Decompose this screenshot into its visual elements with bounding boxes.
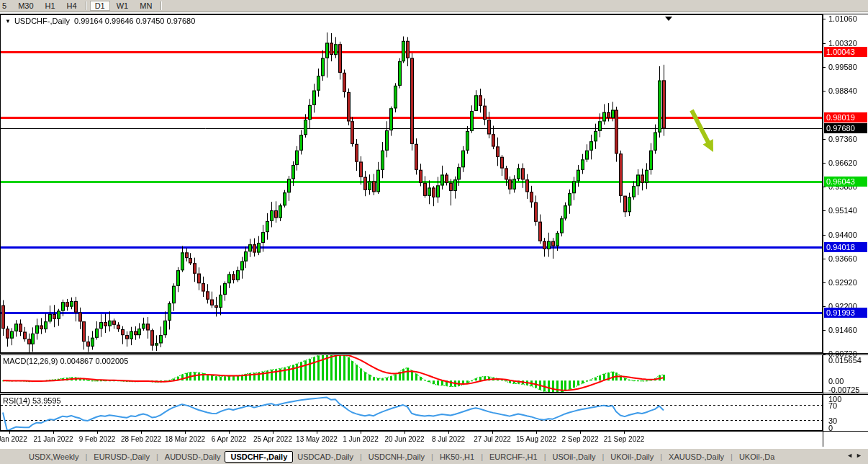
tab-hk50-h1[interactable]: HK50-,H1 — [438, 452, 476, 462]
timeframe-button-w1[interactable]: W1 — [112, 1, 134, 11]
tab-separator: | — [360, 452, 362, 461]
price-tick-label: 0.99580 — [828, 63, 857, 71]
timeframe-button-m30[interactable]: M30 — [13, 1, 38, 11]
rsi-pane[interactable] — [0, 394, 823, 431]
chart-top-border — [0, 14, 868, 14]
macd-axis-label: -0.00725 — [828, 385, 859, 394]
tab-separator: | — [731, 452, 733, 461]
toolbar-separator — [161, 1, 161, 10]
tab-separator: | — [156, 452, 158, 461]
price-tick — [823, 354, 826, 354]
macd-pane-top-border — [0, 354, 868, 355]
mt4-window: { "icons": {"dropdown": "▼", "tab_scroll… — [0, 0, 868, 464]
tab-separator: | — [602, 452, 604, 461]
price-tick-label: 0.95140 — [828, 206, 857, 215]
chart-title: ▼USDCHF-,Daily 0.99164 0.99646 0.97450 0… — [5, 17, 195, 25]
main-chart-pane[interactable] — [0, 14, 823, 353]
tab-usdcad-daily[interactable]: USDCAD-,Daily — [296, 452, 355, 462]
price-tick-label: 0.93660 — [828, 254, 857, 263]
toolbar-separator — [86, 1, 86, 10]
date-tick — [229, 431, 230, 434]
tab-usoil-daily[interactable]: USOil-,Daily — [551, 452, 597, 462]
price-tick-label: 0.97360 — [828, 135, 857, 143]
date-label: 28 Feb 2022 — [116, 435, 166, 443]
price-tick-label: 0.98840 — [828, 86, 857, 95]
date-tick — [53, 431, 54, 434]
price-tick — [823, 330, 826, 331]
tab-eurchf-h1[interactable]: EURCHF-,H1 — [488, 452, 539, 462]
date-tick — [624, 431, 625, 434]
tab-xauusd-daily[interactable]: XAUUSD-,Daily — [667, 452, 725, 462]
price-tick — [823, 259, 826, 259]
chart-dropdown-icon: ▼ — [5, 18, 11, 24]
timeframe-button-5[interactable]: 5 — [0, 1, 12, 11]
date-label: 20 Jun 2022 — [379, 435, 430, 443]
date-tick — [185, 431, 186, 434]
price-tick — [823, 187, 826, 187]
price-tick — [823, 163, 826, 164]
main-pane-bottom-border — [0, 353, 868, 354]
price-badge-0.94018: 0.94018 — [824, 242, 867, 252]
price-tick — [823, 282, 826, 283]
price-tick-label: 0.91460 — [828, 326, 857, 334]
date-label: 18 Mar 2022 — [160, 435, 210, 443]
price-tick — [823, 306, 826, 307]
rsi-pane-bottom-border — [0, 431, 868, 432]
date-label: 8 Jul 2022 — [423, 435, 474, 443]
date-tick — [9, 431, 10, 434]
timeframe-button-d1[interactable]: D1 — [90, 1, 110, 11]
timeframe-button-h1[interactable]: H1 — [40, 1, 60, 11]
tab-usdcnh-daily[interactable]: USDCNH-,Daily — [367, 452, 426, 462]
tab-scroll-right-icon[interactable]: ► — [856, 452, 865, 459]
price-tick-label: 0.92920 — [828, 278, 857, 287]
macd-axis-label: 0.015654 — [828, 356, 862, 365]
timeframe-button-mn[interactable]: MN — [135, 1, 157, 11]
price-tick-label: 0.94400 — [828, 231, 857, 239]
macd-axis-label: 0.00 — [828, 377, 844, 385]
date-tick — [492, 431, 493, 434]
chart-ohlc-values: 0.99164 0.99646 0.97450 0.97680 — [74, 17, 195, 25]
tab-scroll-left-icon[interactable]: ◄ — [846, 452, 856, 459]
tab-audusd-daily[interactable]: AUDUSD-,Daily — [163, 452, 222, 462]
macd-label: MACD(12,26,9) 0.004867 0.002005 — [3, 357, 128, 365]
date-tick — [580, 431, 581, 434]
tab-separator: | — [544, 452, 546, 461]
tab-ukoil-daily[interactable]: UKOil-,Daily — [609, 452, 655, 462]
price-badge-0.96043: 0.96043 — [824, 177, 867, 187]
price-tick — [823, 91, 826, 92]
tab-separator: | — [85, 452, 87, 461]
date-label: 25 Apr 2022 — [248, 435, 298, 443]
price-tick-label: 0.96620 — [828, 159, 857, 167]
tab-eurusd-daily[interactable]: EURUSD-,Daily — [92, 452, 151, 462]
price-badge-1.00043: 1.00043 — [824, 47, 867, 57]
date-tick — [361, 431, 361, 434]
rsi-label: RSI(14) 53.9595 — [3, 396, 61, 405]
date-tick — [536, 431, 537, 434]
timeframe-toolbar: 5M30H1H4D1W1MN — [0, 0, 868, 12]
price-tick — [823, 43, 826, 44]
price-tick — [823, 67, 826, 68]
chart-tabs-bar: USDX,Weekly|EURUSD-,Daily|AUDUSD-,DailyU… — [0, 448, 868, 464]
date-tick — [317, 431, 317, 434]
tab-usdx-weekly[interactable]: USDX,Weekly — [27, 452, 80, 462]
date-label: 15 Aug 2022 — [511, 435, 561, 443]
date-label: 9 Feb 2022 — [72, 435, 122, 443]
date-tick — [404, 431, 405, 434]
price-tick — [823, 139, 826, 140]
price-tick — [823, 235, 826, 236]
rsi-pane-top-border — [0, 394, 868, 395]
tab-scroll-arrows: ◄► — [846, 452, 865, 459]
date-tick — [273, 431, 273, 434]
date-label: 13 May 2022 — [291, 435, 342, 443]
tab-usdchf-daily[interactable]: USDCHF-,Daily — [225, 451, 293, 463]
rsi-axis-label: 0 — [828, 424, 833, 432]
date-label: 1 Jun 2022 — [335, 435, 386, 443]
price-tick — [823, 210, 826, 211]
date-tick — [141, 431, 142, 434]
date-label: 21 Jan 2022 — [28, 435, 78, 443]
date-label: 6 Apr 2022 — [204, 435, 254, 443]
tab-separator: | — [660, 452, 662, 461]
tab-ukoil-da[interactable]: UKOil-,Da — [738, 452, 777, 462]
timeframe-button-h4[interactable]: H4 — [62, 1, 82, 11]
chart-symbol-label: USDCHF-,Daily — [14, 17, 70, 25]
